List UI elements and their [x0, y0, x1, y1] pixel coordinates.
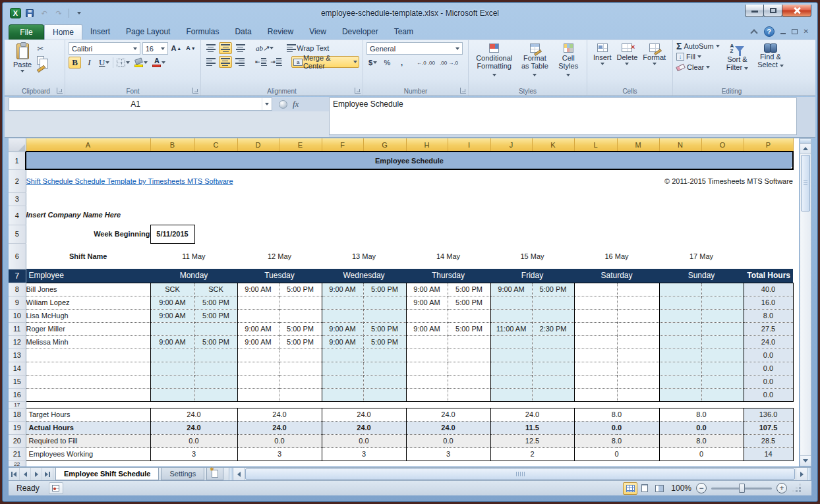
cell-date-L6[interactable]: 16 May — [574, 243, 659, 269]
cell-F13[interactable] — [322, 349, 363, 362]
row-header-10[interactable]: 10 — [9, 309, 26, 322]
cell-A18-target-hours[interactable]: Target Hours — [26, 408, 150, 421]
cell-I14[interactable] — [448, 362, 490, 375]
cell-E9[interactable] — [279, 296, 322, 309]
cell-A6-shift-name[interactable]: Shift Name — [26, 243, 150, 269]
cell-I13[interactable] — [448, 349, 490, 362]
cell-P16-total[interactable]: 0.0 — [744, 388, 793, 401]
collapse-ribbon-icon[interactable] — [751, 30, 758, 34]
cell-M11[interactable] — [617, 322, 659, 335]
column-header-C[interactable]: C — [194, 138, 237, 152]
row-header-4[interactable]: 4 — [9, 206, 26, 225]
tab-data[interactable]: Data — [227, 24, 259, 40]
cell-A13-employee-name[interactable] — [26, 349, 150, 362]
column-header-E[interactable]: E — [279, 138, 322, 152]
cell-A9-employee-name[interactable]: Wiliam Lopez — [26, 296, 150, 309]
cell-D8[interactable]: 9:00 AM — [237, 283, 279, 296]
tab-formulas[interactable]: Formulas — [178, 24, 227, 40]
cell-C14[interactable] — [194, 362, 237, 375]
resize-grip[interactable] — [793, 484, 801, 492]
cell-G13[interactable] — [363, 349, 406, 362]
maximize-button[interactable] — [763, 5, 782, 17]
cell-N9[interactable] — [659, 296, 701, 309]
cell-I16[interactable] — [448, 388, 490, 401]
insert-cells-button[interactable]: Insert — [591, 42, 614, 67]
workbook-minimize-icon[interactable] — [780, 33, 786, 34]
cell-G10[interactable] — [363, 309, 406, 322]
name-box[interactable]: A1 — [9, 98, 272, 111]
cell-H10[interactable] — [406, 309, 448, 322]
cell-C5[interactable] — [194, 225, 793, 243]
column-header-I[interactable]: I — [448, 138, 490, 152]
fill-handle[interactable] — [791, 167, 793, 169]
cell-J19[interactable]: 11.5 — [490, 421, 574, 434]
scroll-left-button[interactable] — [233, 468, 245, 480]
cell-H11[interactable]: 9:00 AM — [406, 322, 448, 335]
cell-F11[interactable]: 9:00 AM — [322, 322, 363, 335]
row-header-19[interactable]: 19 — [9, 421, 26, 434]
cell-J14[interactable] — [490, 362, 532, 375]
next-sheet-button[interactable] — [31, 468, 42, 480]
cell-N8[interactable] — [659, 283, 701, 296]
cell-C10[interactable]: 5:00 PM — [194, 309, 237, 322]
italic-button[interactable]: I — [83, 57, 96, 69]
cell-E16[interactable] — [279, 388, 322, 401]
cell-O13[interactable] — [701, 349, 744, 362]
cell-I12[interactable] — [448, 335, 490, 349]
cell-M12[interactable] — [617, 335, 659, 349]
workbook-restore-icon[interactable] — [792, 29, 798, 34]
cell-I8[interactable]: 5:00 PM — [448, 283, 490, 296]
cell-E13[interactable] — [279, 349, 322, 362]
cell-M14[interactable] — [617, 362, 659, 375]
row-header-20[interactable]: 20 — [9, 434, 26, 447]
cell-A19-actual-hours[interactable]: Actual Hours — [26, 421, 150, 434]
formula-input[interactable]: Employee Schedule — [329, 98, 797, 135]
cell-C9[interactable]: 5:00 PM — [194, 296, 237, 309]
cell-P13-total[interactable]: 0.0 — [744, 349, 793, 362]
copy-icon[interactable] — [37, 56, 44, 65]
cell-J12[interactable] — [490, 335, 532, 349]
cell-B5-week-beginning-date[interactable]: 5/11/2015 — [150, 225, 194, 243]
cell-I15[interactable] — [448, 375, 490, 388]
page-break-view-button[interactable] — [652, 482, 666, 495]
paste-button[interactable]: Paste — [11, 42, 34, 74]
cell-L11[interactable] — [574, 322, 617, 335]
row-header-3[interactable]: 3 — [9, 192, 26, 206]
cell-H12[interactable] — [406, 335, 448, 349]
cell-D14[interactable] — [237, 362, 279, 375]
cell-J18[interactable]: 24.0 — [490, 408, 574, 421]
cell-O16[interactable] — [701, 388, 744, 401]
cell-G8[interactable]: 5:00 PM — [363, 283, 406, 296]
cell-N12[interactable] — [659, 335, 701, 349]
cell-K16[interactable] — [532, 388, 574, 401]
cell-O9[interactable] — [701, 296, 744, 309]
cell-A10-employee-name[interactable]: Lisa McHugh — [26, 309, 150, 322]
cell-F9[interactable] — [322, 296, 363, 309]
zoom-slider-thumb[interactable] — [739, 484, 745, 493]
cell-N21[interactable]: 0 — [659, 447, 744, 461]
cell-E11[interactable]: 5:00 PM — [279, 322, 322, 335]
cut-button[interactable]: ✂ — [37, 44, 45, 53]
row-header-6[interactable]: 6 — [9, 243, 26, 269]
cell-N11[interactable] — [659, 322, 701, 335]
tab-developer[interactable]: Developer — [334, 24, 386, 40]
cell-F21[interactable]: 3 — [322, 447, 406, 461]
row-header-16[interactable]: 16 — [9, 388, 26, 401]
format-painter-icon[interactable] — [37, 65, 46, 73]
cell-P12-total[interactable]: 24.0 — [744, 335, 793, 349]
cell-A14-employee-name[interactable] — [26, 362, 150, 375]
cell-copyright[interactable]: © 2011-2015 Timesheets MTS Software — [490, 169, 793, 192]
grow-font-button[interactable]: A▲ — [170, 43, 183, 55]
cell-P20-total[interactable]: 28.5 — [744, 434, 793, 447]
row-header-22[interactable]: 22 — [9, 461, 26, 466]
tab-insert[interactable]: Insert — [82, 24, 118, 40]
cell-J20[interactable]: 12.5 — [490, 434, 574, 447]
cell-J9[interactable] — [490, 296, 532, 309]
column-header-P[interactable]: P — [744, 138, 793, 152]
normal-view-button[interactable] — [623, 482, 637, 495]
cell-M15[interactable] — [617, 375, 659, 388]
row-header-14[interactable]: 14 — [9, 362, 26, 375]
last-sheet-button[interactable] — [42, 468, 53, 480]
cell-E12[interactable]: 5:00 PM — [279, 335, 322, 349]
align-left-button[interactable] — [204, 56, 217, 68]
